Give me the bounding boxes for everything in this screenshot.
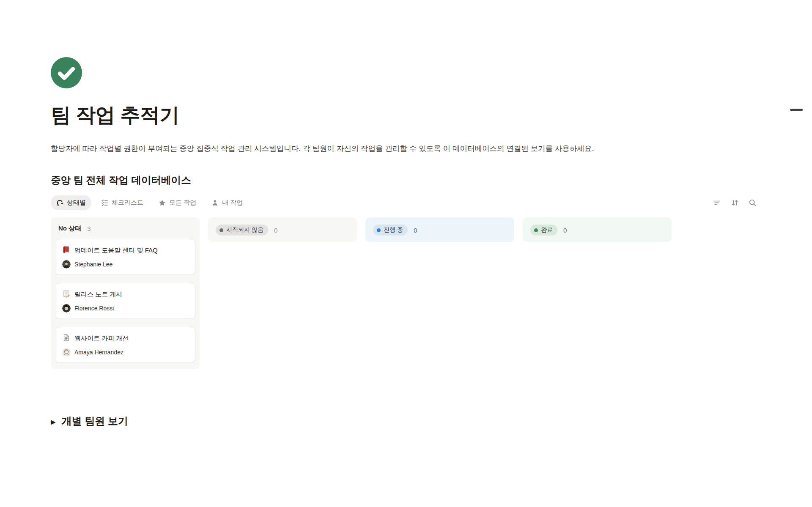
sort-icon[interactable] xyxy=(729,197,740,208)
page-title: 팀 작업 추적기 xyxy=(51,102,761,129)
column-done: 완료 0 xyxy=(523,217,672,242)
status-dot xyxy=(534,228,538,232)
assignee-row: Amaya Hernandez xyxy=(62,348,188,356)
status-pill: 시작되지 않음 xyxy=(216,225,268,236)
filter-icon[interactable] xyxy=(711,197,722,208)
task-card[interactable]: 업데이트 도움말 센터 및 FAQ Stephan xyxy=(55,239,195,275)
column-label: 진행 중 xyxy=(384,226,403,234)
column-in-progress: 진행 중 0 xyxy=(365,217,514,242)
tab-my-tasks[interactable]: 내 작업 xyxy=(206,195,248,210)
page: 팀 작업 추적기 할당자에 따라 작업별 권한이 부여되는 중앙 집중식 작업 … xyxy=(0,57,812,428)
tab-label: 상태별 xyxy=(67,199,86,207)
card-list: 업데이트 도움말 센터 및 FAQ Stephan xyxy=(51,239,200,369)
column-not-started: 시작되지 않음 0 xyxy=(208,217,357,242)
task-card[interactable]: 웹사이트 카피 개선 xyxy=(55,327,195,363)
card-title: 웹사이트 카피 개선 xyxy=(74,334,129,343)
collapsed-scrollbar-handle[interactable] xyxy=(790,109,803,111)
column-count: 0 xyxy=(414,227,417,234)
column-header[interactable]: 시작되지 않음 0 xyxy=(208,217,357,242)
avatar xyxy=(62,348,71,356)
tab-checklist[interactable]: 체크리스트 xyxy=(96,195,149,210)
task-card[interactable]: 릴리스 노트 게시 Florence Rossi xyxy=(55,283,195,319)
kanban-board: No 상태 3 업데이트 도움말 센터 및 FAQ xyxy=(51,217,761,369)
column-header[interactable]: 완료 0 xyxy=(523,217,672,242)
column-count: 0 xyxy=(274,227,277,234)
tab-all-tasks[interactable]: 모든 작업 xyxy=(153,195,202,210)
page-icon-check[interactable] xyxy=(51,57,82,88)
assignee-row: Florence Rossi xyxy=(62,304,188,312)
tab-label: 체크리스트 xyxy=(112,199,143,207)
column-label: 완료 xyxy=(541,226,553,234)
tab-label: 모든 작업 xyxy=(169,199,196,207)
card-title: 업데이트 도움말 센터 및 FAQ xyxy=(74,247,158,255)
column-label: 시작되지 않음 xyxy=(226,226,263,234)
column-no-status: No 상태 3 업데이트 도움말 센터 및 FAQ xyxy=(51,217,200,369)
column-count: 3 xyxy=(87,225,91,232)
caret-right-icon[interactable]: ▶ xyxy=(51,419,56,425)
assignee-name: Amaya Hernandez xyxy=(74,349,123,356)
column-header[interactable]: 진행 중 0 xyxy=(365,217,514,242)
status-pill: 완료 xyxy=(530,225,557,236)
assignee-name: Florence Rossi xyxy=(74,305,114,312)
column-label: No 상태 xyxy=(58,225,81,233)
card-title: 릴리스 노트 게시 xyxy=(74,290,122,299)
toggle-label: 개별 팀원 보기 xyxy=(62,414,128,428)
toggle-individual-views[interactable]: ▶ 개별 팀원 보기 xyxy=(51,414,761,428)
assignee-name: Stephanie Lee xyxy=(74,261,112,268)
status-dot xyxy=(377,228,381,232)
star-icon xyxy=(159,199,166,206)
search-icon[interactable] xyxy=(747,197,758,208)
database-title: 중앙 팀 전체 작업 데이터베이스 xyxy=(51,173,761,187)
red-book-icon xyxy=(62,246,70,255)
column-header[interactable]: No 상태 3 xyxy=(51,217,200,239)
column-count: 0 xyxy=(563,227,567,234)
view-toolbar xyxy=(711,197,758,208)
document-icon xyxy=(62,334,70,343)
page-description: 할당자에 따라 작업별 권한이 부여되는 중앙 집중식 작업 관리 시스템입니다… xyxy=(51,143,710,154)
assignee-row: Stephanie Lee xyxy=(62,260,188,269)
memo-icon xyxy=(62,290,70,299)
avatar xyxy=(62,260,71,269)
person-icon xyxy=(211,199,219,206)
check-circle-icon xyxy=(51,57,82,88)
avatar xyxy=(62,304,71,312)
status-pill: 진행 중 xyxy=(373,225,408,236)
tab-by-status[interactable]: 상태별 xyxy=(51,195,91,210)
status-cycle-icon xyxy=(56,199,63,206)
tab-label: 내 작업 xyxy=(222,199,243,207)
view-tab-bar: 상태별 체크리스트 모든 작업 xyxy=(51,195,761,211)
status-dot xyxy=(219,228,223,232)
checklist-icon xyxy=(101,199,108,206)
